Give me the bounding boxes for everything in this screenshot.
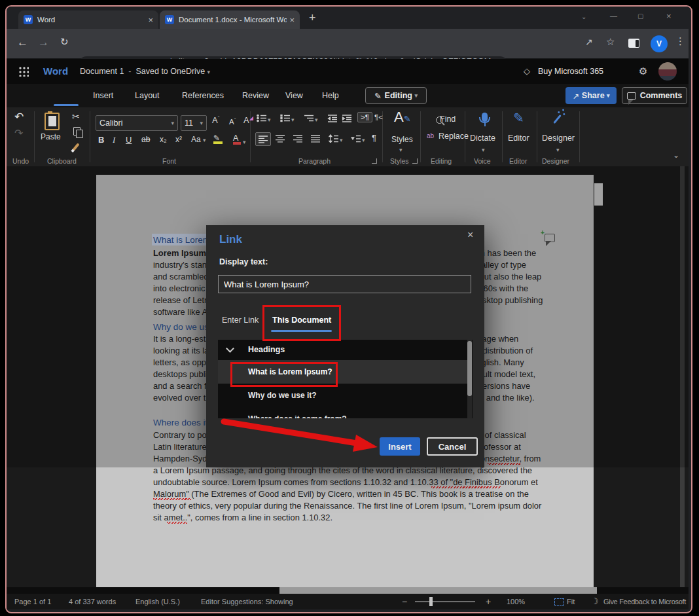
clear-format-icon[interactable]: A◢	[243, 115, 253, 125]
editor-icon[interactable]: ✎	[513, 110, 524, 126]
designer-label[interactable]: Designer	[542, 134, 575, 143]
zoom-out-button[interactable]: −	[402, 596, 407, 607]
comments-button[interactable]: Comments	[622, 87, 687, 104]
designer-icon[interactable]	[553, 115, 562, 124]
cut-icon[interactable]: ✂	[72, 111, 80, 122]
bookmark-star-icon[interactable]: ☆	[606, 36, 615, 48]
line-spacing-dropdown[interactable]: ▾	[340, 134, 343, 144]
tab-close-icon[interactable]: ×	[289, 15, 295, 25]
fit-button[interactable]: Fit	[567, 598, 575, 606]
menu-view[interactable]: View	[285, 91, 303, 100]
paragraph-dialog-launcher[interactable]	[372, 158, 377, 164]
word-count[interactable]: 4 of 337 words	[69, 598, 116, 606]
strikethrough-button[interactable]: ab	[141, 135, 150, 144]
account-avatar[interactable]	[658, 62, 677, 81]
font-color-button[interactable]: A	[233, 134, 241, 145]
back-icon[interactable]: ←	[17, 36, 28, 49]
font-color-dropdown[interactable]: ▾	[243, 136, 246, 146]
redo-icon[interactable]: ↷	[14, 127, 23, 139]
reload-icon[interactable]: ↻	[60, 36, 69, 48]
line-spacing-icon[interactable]	[329, 134, 339, 143]
forward-icon[interactable]: →	[38, 36, 49, 49]
bullet-list-dropdown[interactable]: ▾	[268, 114, 271, 124]
zoom-level[interactable]: 100%	[507, 598, 525, 606]
styles-dialog-launcher[interactable]	[412, 158, 418, 164]
window-close-button[interactable]: ×	[666, 11, 672, 21]
designer-dropdown[interactable]: ▾	[556, 144, 560, 154]
dialog-close-icon[interactable]: ×	[467, 229, 473, 241]
new-tab-button[interactable]: +	[309, 11, 316, 25]
styles-label[interactable]: Styles	[391, 135, 413, 144]
dark-mode-moon-icon[interactable]: ☽	[591, 596, 599, 606]
align-center-icon[interactable]	[275, 134, 285, 143]
buy-microsoft-365[interactable]: Buy Microsoft 365	[538, 67, 603, 76]
dictate-label[interactable]: Dictate	[470, 134, 495, 143]
tree-item[interactable]: Why do we use it?	[218, 384, 468, 407]
display-text-input[interactable]	[218, 275, 471, 293]
menu-layout[interactable]: Layout	[135, 91, 160, 100]
gear-icon[interactable]: ⚙	[639, 65, 647, 77]
numbered-list-icon[interactable]	[280, 114, 291, 122]
menu-references[interactable]: References	[182, 91, 224, 100]
align-right-icon[interactable]	[293, 134, 303, 143]
superscript-button[interactable]: x²	[175, 135, 182, 144]
zoom-slider-thumb[interactable]	[429, 597, 433, 606]
zoom-in-button[interactable]: +	[486, 596, 491, 607]
side-panel-icon[interactable]	[628, 39, 639, 48]
collapse-ribbon-icon[interactable]: ⌄	[673, 151, 679, 160]
format-painter-icon[interactable]	[72, 143, 79, 151]
tab-search-icon[interactable]: ⌄	[581, 13, 586, 20]
dictate-dropdown[interactable]: ▾	[482, 144, 485, 154]
editing-mode-button[interactable]: ✎Editing ▾	[365, 87, 427, 104]
increase-indent-icon[interactable]	[342, 114, 352, 122]
zoom-slider-track[interactable]	[415, 601, 475, 602]
decrease-indent-icon[interactable]	[327, 114, 338, 122]
tab-enter-link[interactable]: Enter Link	[222, 316, 259, 325]
browser-menu-icon[interactable]: ⋮	[675, 35, 685, 47]
browser-profile-avatar[interactable]: V	[651, 35, 668, 52]
styles-dropdown[interactable]: ▾	[399, 144, 403, 154]
horizontal-scrollbar-thumb[interactable]	[279, 587, 597, 594]
multilevel-list-dropdown[interactable]: ▾	[315, 114, 318, 124]
cancel-button[interactable]: Cancel	[427, 437, 478, 456]
document-title[interactable]: Document 1 - Saved to OneDrive ▾	[80, 67, 210, 76]
bold-button[interactable]: B	[98, 135, 104, 145]
document-line[interactable]: theory of ethics, very popular during th…	[153, 501, 541, 511]
rtl-paragraph-button[interactable]: ¶<	[374, 113, 383, 121]
paragraph-spacing-icon[interactable]	[351, 134, 361, 143]
minimize-button[interactable]: —	[610, 12, 617, 20]
find-button[interactable]: Find	[440, 115, 456, 124]
feedback-link[interactable]: Give Feedback to Microsoft	[603, 598, 686, 606]
undo-icon[interactable]: ↶	[14, 110, 24, 124]
menu-help[interactable]: Help	[322, 91, 339, 100]
italic-button[interactable]: I	[113, 135, 115, 145]
editor-suggestions-status[interactable]: Editor Suggestions: Showing	[201, 598, 293, 606]
document-line[interactable]: Malorum" (The Extremes of Good and Evil)…	[153, 489, 529, 499]
highlight-button[interactable]: ✎	[213, 134, 223, 144]
multilevel-list-icon[interactable]	[304, 114, 314, 122]
paste-label[interactable]: Paste	[41, 132, 61, 141]
shrink-font-icon[interactable]: Aˇ	[229, 117, 236, 126]
grow-font-icon[interactable]: Aˆ	[212, 115, 219, 125]
browser-tab-word[interactable]: W Word ×	[18, 10, 158, 29]
paragraph-spacing-dropdown[interactable]: ▾	[362, 134, 365, 144]
collapse-chevron-icon[interactable]	[226, 344, 234, 353]
tab-close-icon[interactable]: ×	[148, 15, 153, 25]
tree-scrollbar-thumb[interactable]	[467, 341, 472, 396]
document-line[interactable]: undoubtable source. Lorem Ipsum comes fr…	[153, 477, 538, 487]
share-page-icon[interactable]: ↗	[585, 37, 593, 47]
browser-tab-document[interactable]: W Document 1.docx - Microsoft Wo ×	[160, 10, 300, 29]
show-marks-button[interactable]: ¶	[372, 133, 376, 143]
language-status[interactable]: English (U.S.)	[135, 598, 180, 606]
menu-insert[interactable]: Insert	[93, 91, 113, 100]
copy-icon[interactable]	[73, 127, 81, 136]
word-brand[interactable]: Word	[43, 65, 68, 77]
font-name-select[interactable]: Calibri▾	[96, 115, 178, 131]
subscript-button[interactable]: x₂	[160, 135, 167, 144]
app-launcher-icon[interactable]	[18, 66, 29, 77]
share-button[interactable]: ↗Share ▾	[565, 87, 617, 104]
maximize-button[interactable]: ▢	[637, 12, 643, 20]
numbered-list-dropdown[interactable]: ▾	[291, 114, 295, 124]
font-size-select[interactable]: 11▾	[181, 115, 207, 131]
editor-label[interactable]: Editor	[508, 134, 529, 143]
